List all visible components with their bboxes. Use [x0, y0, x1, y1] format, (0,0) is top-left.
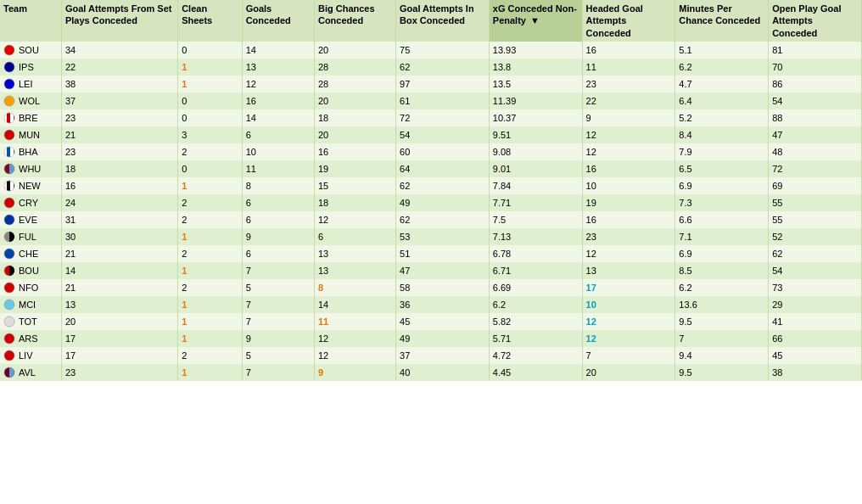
cell-open-play-goal: 52 — [769, 228, 862, 245]
cell-goals-conceded: 10 — [242, 143, 314, 160]
cell-headed-goal: 16 — [582, 160, 675, 177]
cell-goal-attempts: 17 — [61, 347, 177, 364]
cell-open-play-goal: 45 — [769, 347, 862, 364]
cell-goal-attempts-box: 61 — [396, 92, 490, 109]
cell-goal-attempts-box: 62 — [396, 211, 490, 228]
cell-big-chances: 19 — [314, 160, 395, 177]
table-row: LEI 38 1 12 28 97 13.5 23 4.7 86 — [0, 76, 862, 92]
cell-goals-conceded: 9 — [242, 228, 314, 245]
cell-big-chances: 8 — [314, 279, 395, 296]
table-row: MCI 13 1 7 14 36 6.2 10 13.6 29 — [0, 296, 862, 313]
cell-team: SOU — [0, 42, 61, 59]
svg-point-33 — [4, 350, 14, 361]
cell-minutes-per-chance: 9.4 — [675, 347, 769, 364]
cell-goals-conceded: 6 — [242, 194, 314, 211]
team-name: MCI — [19, 300, 36, 310]
team-badge — [3, 61, 15, 73]
cell-goal-attempts-box: 64 — [396, 160, 490, 177]
team-name: BHA — [19, 147, 38, 157]
cell-headed-goal: 12 — [582, 245, 675, 262]
cell-xg-conceded: 6.2 — [489, 296, 582, 313]
cell-xg-conceded: 9.08 — [489, 143, 582, 160]
cell-open-play-goal: 54 — [769, 262, 862, 279]
cell-team: EVE — [0, 211, 61, 228]
cell-xg-conceded: 6.78 — [489, 245, 582, 262]
table-row: MUN 21 3 6 20 54 9.51 12 8.4 47 — [0, 126, 862, 143]
cell-goal-attempts: 23 — [61, 364, 177, 381]
svg-point-25 — [4, 249, 14, 259]
col-big-chances: Big Chances Conceded — [314, 0, 395, 42]
cell-open-play-goal: 48 — [769, 143, 862, 160]
cell-big-chances: 12 — [314, 347, 395, 364]
cell-team: NEW — [0, 177, 61, 194]
cell-xg-conceded: 13.5 — [489, 76, 582, 92]
cell-clean-sheets: 2 — [178, 279, 242, 296]
cell-headed-goal: 13 — [582, 262, 675, 279]
cell-goal-attempts: 22 — [61, 59, 177, 76]
cell-big-chances: 18 — [314, 109, 395, 126]
col-xg-conceded[interactable]: xG Conceded Non-Penalty ▼ — [489, 0, 582, 42]
cell-big-chances: 20 — [314, 42, 395, 59]
table-row: EVE 31 2 6 12 62 7.5 16 6.6 55 — [0, 211, 862, 228]
cell-goal-attempts: 31 — [61, 211, 177, 228]
cell-goal-attempts: 38 — [61, 76, 177, 92]
cell-clean-sheets: 0 — [178, 109, 242, 126]
cell-big-chances: 20 — [314, 92, 395, 109]
cell-goals-conceded: 5 — [242, 279, 314, 296]
cell-big-chances: 20 — [314, 126, 395, 143]
cell-minutes-per-chance: 6.2 — [675, 59, 769, 76]
cell-open-play-goal: 72 — [769, 160, 862, 177]
cell-goal-attempts: 21 — [61, 126, 177, 143]
cell-goal-attempts: 30 — [61, 228, 177, 245]
team-badge — [3, 112, 15, 124]
team-badge — [3, 197, 15, 209]
cell-xg-conceded: 7.71 — [489, 194, 582, 211]
cell-team: BRE — [0, 109, 61, 126]
cell-goal-attempts: 34 — [61, 42, 177, 59]
cell-goals-conceded: 6 — [242, 211, 314, 228]
table-row: FUL 30 1 9 6 53 7.13 23 7.1 52 — [0, 228, 862, 245]
svg-point-1 — [4, 62, 14, 72]
cell-minutes-per-chance: 9.5 — [675, 313, 769, 330]
table-row: ARS 17 1 9 12 49 5.71 12 7 66 — [0, 330, 862, 347]
cell-goal-attempts: 17 — [61, 330, 177, 347]
cell-minutes-per-chance: 9.5 — [675, 364, 769, 381]
cell-clean-sheets: 1 — [178, 313, 242, 330]
cell-big-chances: 11 — [314, 313, 395, 330]
cell-goals-conceded: 11 — [242, 160, 314, 177]
cell-headed-goal: 7 — [582, 347, 675, 364]
svg-point-20 — [4, 198, 14, 208]
cell-team: MCI — [0, 296, 61, 313]
team-badge — [3, 180, 15, 192]
cell-clean-sheets: 1 — [178, 330, 242, 347]
cell-goal-attempts: 21 — [61, 279, 177, 296]
cell-clean-sheets: 1 — [178, 76, 242, 92]
cell-open-play-goal: 66 — [769, 330, 862, 347]
cell-open-play-goal: 70 — [769, 59, 862, 76]
cell-big-chances: 6 — [314, 228, 395, 245]
cell-headed-goal: 10 — [582, 296, 675, 313]
cell-headed-goal: 19 — [582, 194, 675, 211]
cell-headed-goal: 12 — [582, 330, 675, 347]
table-row: TOT 20 1 7 11 45 5.82 12 9.5 41 — [0, 313, 862, 330]
team-badge — [3, 367, 15, 378]
cell-goals-conceded: 5 — [242, 347, 314, 364]
cell-goals-conceded: 12 — [242, 76, 314, 92]
cell-team: NFO — [0, 279, 61, 296]
cell-goal-attempts: 14 — [61, 262, 177, 279]
team-name: WHU — [19, 164, 41, 174]
team-name: SOU — [19, 45, 39, 55]
stats-table-container: Team Goal Attempts From Set Plays Conced… — [0, 0, 862, 381]
cell-goal-attempts-box: 62 — [396, 177, 490, 194]
cell-team: BOU — [0, 262, 61, 279]
cell-team: IPS — [0, 59, 61, 76]
table-row: NEW 16 1 8 15 62 7.84 10 6.9 69 — [0, 177, 862, 194]
cell-goals-conceded: 14 — [242, 109, 314, 126]
cell-goal-attempts-box: 49 — [396, 330, 490, 347]
cell-clean-sheets: 2 — [178, 143, 242, 160]
table-row: WOL 37 0 16 20 61 11.39 22 6.4 54 — [0, 92, 862, 109]
cell-goals-conceded: 7 — [242, 313, 314, 330]
cell-minutes-per-chance: 7 — [675, 330, 769, 347]
team-badge — [3, 316, 15, 328]
cell-clean-sheets: 1 — [178, 177, 242, 194]
